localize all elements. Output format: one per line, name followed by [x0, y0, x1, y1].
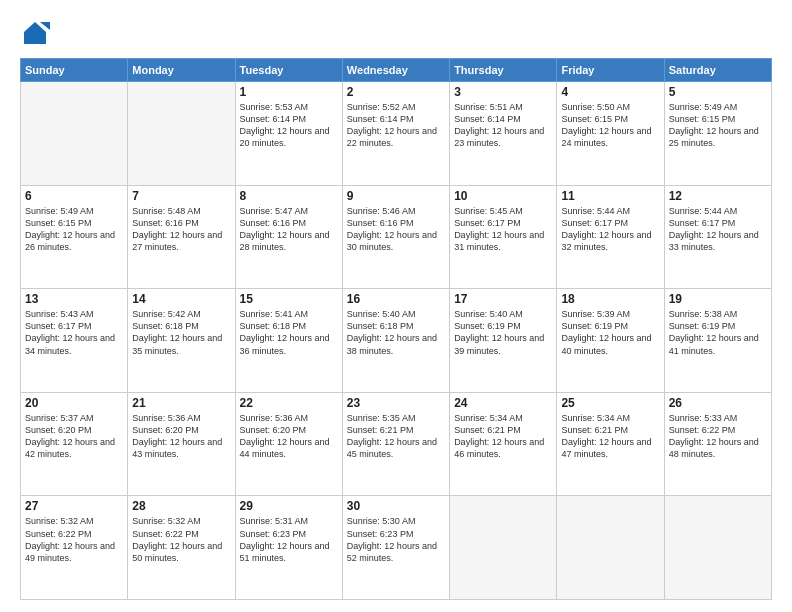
day-number: 7	[132, 189, 230, 203]
calendar-header-row: SundayMondayTuesdayWednesdayThursdayFrid…	[21, 59, 772, 82]
day-info: Sunrise: 5:35 AM Sunset: 6:21 PM Dayligh…	[347, 412, 445, 461]
calendar-week-row: 6Sunrise: 5:49 AM Sunset: 6:15 PM Daylig…	[21, 185, 772, 289]
day-number: 10	[454, 189, 552, 203]
day-info: Sunrise: 5:45 AM Sunset: 6:17 PM Dayligh…	[454, 205, 552, 254]
day-info: Sunrise: 5:33 AM Sunset: 6:22 PM Dayligh…	[669, 412, 767, 461]
calendar-day-header: Tuesday	[235, 59, 342, 82]
calendar-cell: 23Sunrise: 5:35 AM Sunset: 6:21 PM Dayli…	[342, 392, 449, 496]
day-number: 9	[347, 189, 445, 203]
day-info: Sunrise: 5:34 AM Sunset: 6:21 PM Dayligh…	[561, 412, 659, 461]
day-info: Sunrise: 5:30 AM Sunset: 6:23 PM Dayligh…	[347, 515, 445, 564]
day-info: Sunrise: 5:40 AM Sunset: 6:19 PM Dayligh…	[454, 308, 552, 357]
logo-icon	[20, 18, 50, 48]
calendar-table: SundayMondayTuesdayWednesdayThursdayFrid…	[20, 58, 772, 600]
day-info: Sunrise: 5:39 AM Sunset: 6:19 PM Dayligh…	[561, 308, 659, 357]
calendar-cell: 6Sunrise: 5:49 AM Sunset: 6:15 PM Daylig…	[21, 185, 128, 289]
day-number: 29	[240, 499, 338, 513]
day-number: 14	[132, 292, 230, 306]
calendar-week-row: 13Sunrise: 5:43 AM Sunset: 6:17 PM Dayli…	[21, 289, 772, 393]
calendar-cell: 12Sunrise: 5:44 AM Sunset: 6:17 PM Dayli…	[664, 185, 771, 289]
calendar-cell: 9Sunrise: 5:46 AM Sunset: 6:16 PM Daylig…	[342, 185, 449, 289]
calendar-cell: 5Sunrise: 5:49 AM Sunset: 6:15 PM Daylig…	[664, 82, 771, 186]
day-number: 28	[132, 499, 230, 513]
day-number: 3	[454, 85, 552, 99]
day-info: Sunrise: 5:49 AM Sunset: 6:15 PM Dayligh…	[25, 205, 123, 254]
calendar-day-header: Monday	[128, 59, 235, 82]
calendar-cell	[128, 82, 235, 186]
day-info: Sunrise: 5:44 AM Sunset: 6:17 PM Dayligh…	[669, 205, 767, 254]
day-number: 4	[561, 85, 659, 99]
day-number: 12	[669, 189, 767, 203]
day-info: Sunrise: 5:34 AM Sunset: 6:21 PM Dayligh…	[454, 412, 552, 461]
calendar-cell	[21, 82, 128, 186]
calendar-cell: 28Sunrise: 5:32 AM Sunset: 6:22 PM Dayli…	[128, 496, 235, 600]
calendar-day-header: Sunday	[21, 59, 128, 82]
day-number: 15	[240, 292, 338, 306]
day-info: Sunrise: 5:47 AM Sunset: 6:16 PM Dayligh…	[240, 205, 338, 254]
calendar-cell: 17Sunrise: 5:40 AM Sunset: 6:19 PM Dayli…	[450, 289, 557, 393]
day-info: Sunrise: 5:32 AM Sunset: 6:22 PM Dayligh…	[25, 515, 123, 564]
calendar-cell: 13Sunrise: 5:43 AM Sunset: 6:17 PM Dayli…	[21, 289, 128, 393]
day-info: Sunrise: 5:53 AM Sunset: 6:14 PM Dayligh…	[240, 101, 338, 150]
calendar-day-header: Saturday	[664, 59, 771, 82]
day-number: 5	[669, 85, 767, 99]
day-number: 11	[561, 189, 659, 203]
day-number: 24	[454, 396, 552, 410]
day-info: Sunrise: 5:51 AM Sunset: 6:14 PM Dayligh…	[454, 101, 552, 150]
calendar-cell: 3Sunrise: 5:51 AM Sunset: 6:14 PM Daylig…	[450, 82, 557, 186]
calendar-cell: 30Sunrise: 5:30 AM Sunset: 6:23 PM Dayli…	[342, 496, 449, 600]
day-info: Sunrise: 5:42 AM Sunset: 6:18 PM Dayligh…	[132, 308, 230, 357]
day-info: Sunrise: 5:32 AM Sunset: 6:22 PM Dayligh…	[132, 515, 230, 564]
calendar-cell: 16Sunrise: 5:40 AM Sunset: 6:18 PM Dayli…	[342, 289, 449, 393]
svg-marker-0	[24, 22, 46, 44]
day-number: 22	[240, 396, 338, 410]
day-number: 23	[347, 396, 445, 410]
header	[20, 18, 772, 48]
day-number: 6	[25, 189, 123, 203]
logo	[20, 18, 54, 48]
day-number: 25	[561, 396, 659, 410]
calendar-week-row: 20Sunrise: 5:37 AM Sunset: 6:20 PM Dayli…	[21, 392, 772, 496]
day-info: Sunrise: 5:48 AM Sunset: 6:16 PM Dayligh…	[132, 205, 230, 254]
calendar-week-row: 1Sunrise: 5:53 AM Sunset: 6:14 PM Daylig…	[21, 82, 772, 186]
calendar-cell: 21Sunrise: 5:36 AM Sunset: 6:20 PM Dayli…	[128, 392, 235, 496]
calendar-cell: 2Sunrise: 5:52 AM Sunset: 6:14 PM Daylig…	[342, 82, 449, 186]
calendar-cell: 22Sunrise: 5:36 AM Sunset: 6:20 PM Dayli…	[235, 392, 342, 496]
calendar-cell: 7Sunrise: 5:48 AM Sunset: 6:16 PM Daylig…	[128, 185, 235, 289]
calendar-cell	[664, 496, 771, 600]
day-info: Sunrise: 5:36 AM Sunset: 6:20 PM Dayligh…	[132, 412, 230, 461]
calendar-cell: 19Sunrise: 5:38 AM Sunset: 6:19 PM Dayli…	[664, 289, 771, 393]
day-info: Sunrise: 5:52 AM Sunset: 6:14 PM Dayligh…	[347, 101, 445, 150]
day-info: Sunrise: 5:37 AM Sunset: 6:20 PM Dayligh…	[25, 412, 123, 461]
day-number: 16	[347, 292, 445, 306]
day-info: Sunrise: 5:38 AM Sunset: 6:19 PM Dayligh…	[669, 308, 767, 357]
day-info: Sunrise: 5:46 AM Sunset: 6:16 PM Dayligh…	[347, 205, 445, 254]
day-number: 27	[25, 499, 123, 513]
calendar-week-row: 27Sunrise: 5:32 AM Sunset: 6:22 PM Dayli…	[21, 496, 772, 600]
day-number: 2	[347, 85, 445, 99]
day-number: 18	[561, 292, 659, 306]
day-info: Sunrise: 5:31 AM Sunset: 6:23 PM Dayligh…	[240, 515, 338, 564]
calendar-cell: 24Sunrise: 5:34 AM Sunset: 6:21 PM Dayli…	[450, 392, 557, 496]
day-number: 26	[669, 396, 767, 410]
calendar-cell: 10Sunrise: 5:45 AM Sunset: 6:17 PM Dayli…	[450, 185, 557, 289]
calendar-cell: 29Sunrise: 5:31 AM Sunset: 6:23 PM Dayli…	[235, 496, 342, 600]
day-number: 17	[454, 292, 552, 306]
day-info: Sunrise: 5:40 AM Sunset: 6:18 PM Dayligh…	[347, 308, 445, 357]
day-number: 13	[25, 292, 123, 306]
calendar-cell: 20Sunrise: 5:37 AM Sunset: 6:20 PM Dayli…	[21, 392, 128, 496]
calendar-cell: 15Sunrise: 5:41 AM Sunset: 6:18 PM Dayli…	[235, 289, 342, 393]
calendar-cell: 4Sunrise: 5:50 AM Sunset: 6:15 PM Daylig…	[557, 82, 664, 186]
day-info: Sunrise: 5:41 AM Sunset: 6:18 PM Dayligh…	[240, 308, 338, 357]
calendar-day-header: Thursday	[450, 59, 557, 82]
calendar-day-header: Friday	[557, 59, 664, 82]
calendar-cell: 11Sunrise: 5:44 AM Sunset: 6:17 PM Dayli…	[557, 185, 664, 289]
day-number: 8	[240, 189, 338, 203]
day-info: Sunrise: 5:49 AM Sunset: 6:15 PM Dayligh…	[669, 101, 767, 150]
day-info: Sunrise: 5:50 AM Sunset: 6:15 PM Dayligh…	[561, 101, 659, 150]
page: SundayMondayTuesdayWednesdayThursdayFrid…	[0, 0, 792, 612]
day-number: 20	[25, 396, 123, 410]
calendar-cell: 25Sunrise: 5:34 AM Sunset: 6:21 PM Dayli…	[557, 392, 664, 496]
day-number: 1	[240, 85, 338, 99]
calendar-day-header: Wednesday	[342, 59, 449, 82]
